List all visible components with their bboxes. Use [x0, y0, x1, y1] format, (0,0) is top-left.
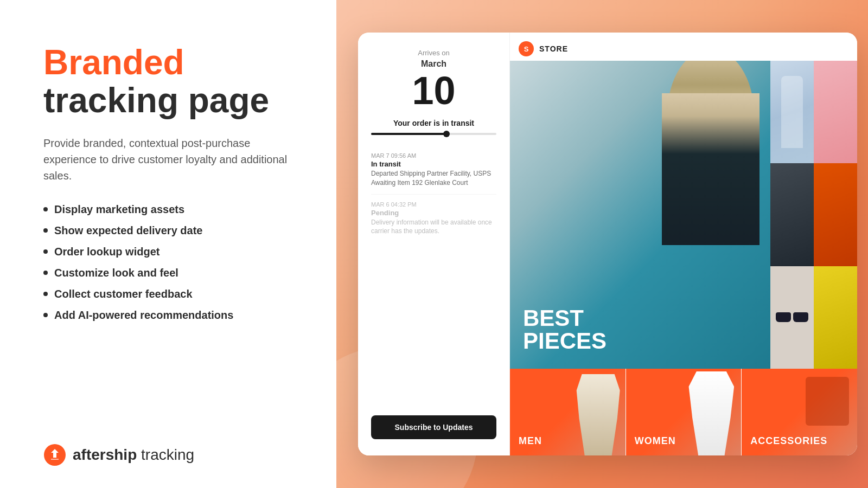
best-pieces-line2: PIECES	[523, 330, 607, 352]
event-item: MAR 6 04:32 PM Pending Delivery informat…	[371, 195, 496, 243]
category-accessories-label: ACCESSORIES	[750, 435, 827, 447]
arrives-month: March	[371, 59, 496, 69]
category-accessories[interactable]: ACCESSORIES	[742, 369, 857, 455]
event-status: Pending	[371, 209, 496, 217]
bullet-icon	[43, 271, 48, 275]
event-date: MAR 7 09:56 AM	[371, 152, 496, 159]
category-women-label: WOMEN	[635, 435, 676, 447]
product-cell	[770, 266, 814, 369]
bullet-icon	[43, 228, 48, 233]
bullet-icon	[43, 207, 48, 211]
best-pieces-line1: BEST	[523, 307, 607, 330]
event-desc: Departed Shipping Partner Facility, USPS…	[371, 169, 496, 188]
event-desc: Delivery information will be available o…	[371, 218, 496, 236]
model-body	[662, 93, 760, 245]
hero-title-dark: tracking page	[43, 81, 269, 120]
product-row	[770, 266, 857, 369]
event-item: MAR 7 09:56 AM In transit Departed Shipp…	[371, 146, 496, 195]
men-model	[571, 374, 626, 455]
hero-title-orange: Branded	[43, 43, 184, 82]
category-men[interactable]: MEN	[510, 369, 626, 455]
tracking-panel: Arrives on March 10 Your order is in tra…	[358, 33, 510, 455]
product-cell	[814, 163, 857, 266]
list-item: Display marketing assets	[43, 203, 304, 216]
bullet-icon	[43, 292, 48, 296]
transit-status-label: Your order is in transit	[371, 119, 496, 127]
ui-card-top: Arrives on March 10 Your order is in tra…	[358, 33, 857, 455]
event-date: MAR 6 04:32 PM	[371, 201, 496, 208]
progress-dot	[443, 131, 450, 137]
brand-name: aftership tracking	[73, 446, 194, 464]
hero-description: Provide branded, contextual post-purchas…	[43, 135, 304, 184]
store-badge: S	[519, 41, 534, 56]
product-row	[770, 163, 857, 266]
store-hero: BEST PIECES	[510, 61, 770, 369]
product-grid	[770, 61, 857, 369]
hero-text: BEST PIECES	[523, 307, 607, 352]
store-header: S STORE	[510, 33, 857, 61]
store-panel: S STORE BEST PIECES	[510, 33, 857, 455]
features-list: Display marketing assets Show expected d…	[43, 203, 304, 330]
bullet-icon	[43, 249, 48, 254]
category-banners: MEN WOMEN ACCESSORIES	[510, 369, 857, 455]
accessories-item	[806, 377, 849, 426]
product-cell	[770, 163, 814, 266]
product-cell	[770, 61, 814, 163]
list-item: Collect customer feedback	[43, 288, 304, 300]
brand-footer: aftership tracking	[43, 444, 304, 466]
event-status: In transit	[371, 160, 496, 168]
product-cell	[814, 266, 857, 369]
left-panel: Branded tracking page Provide branded, c…	[0, 0, 336, 488]
arrives-label: Arrives on	[371, 49, 496, 57]
progress-bar-fill	[371, 133, 446, 135]
ui-card: Arrives on March 10 Your order is in tra…	[358, 33, 857, 455]
list-item: Order lookup widget	[43, 246, 304, 258]
subscribe-button[interactable]: Subscribe to Updates	[371, 415, 496, 439]
category-women[interactable]: WOMEN	[626, 369, 742, 455]
tracking-events: MAR 7 09:56 AM In transit Departed Shipp…	[371, 146, 496, 407]
progress-bar	[371, 133, 496, 135]
bullet-icon	[43, 313, 48, 317]
right-panel: Arrives on March 10 Your order is in tra…	[336, 0, 868, 488]
category-men-label: MEN	[519, 435, 542, 447]
list-item: Customize look and feel	[43, 267, 304, 279]
product-row	[770, 61, 857, 163]
list-item: Show expected delivery date	[43, 224, 304, 237]
list-item: Add AI-powered recommendations	[43, 309, 304, 322]
aftership-logo-icon	[43, 444, 66, 466]
product-cell	[814, 61, 857, 163]
women-model	[681, 371, 741, 455]
hero-title: Branded tracking page	[43, 43, 304, 120]
arrives-day: 10	[371, 71, 496, 110]
store-name: STORE	[539, 44, 568, 53]
